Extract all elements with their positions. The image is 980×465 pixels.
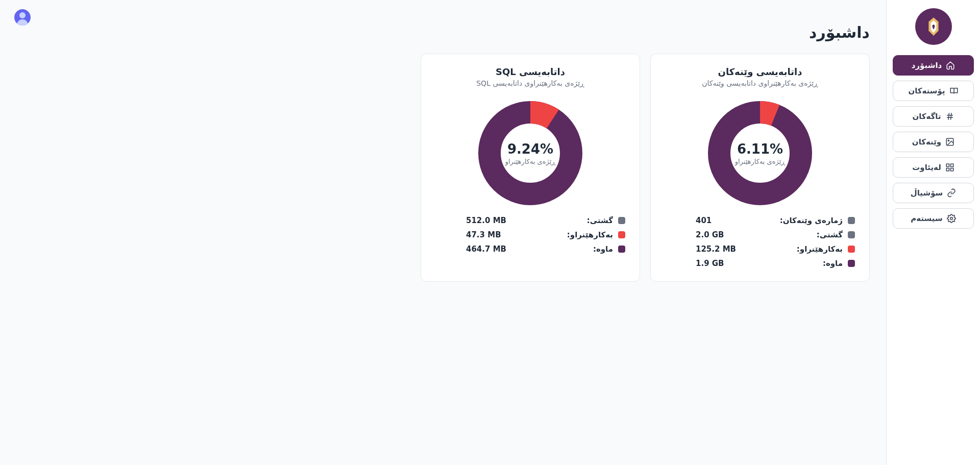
color-swatch [618, 231, 625, 238]
donut-chart: 6.11%ڕێژەی بەکارهێنراو [665, 100, 855, 207]
stat-label: ماوە: [593, 244, 613, 254]
sidebar-item-images[interactable]: وێنەکان [893, 132, 974, 152]
stat-value: 125.2 MB [696, 244, 742, 254]
card-subtitle: ڕێژەی بەکارهێنراوی داتابەیسی SQL [435, 79, 625, 87]
sidebar-item-label: سۆشیاڵ [911, 188, 943, 198]
sidebar-item-label: وێنەکان [912, 137, 941, 146]
svg-line-3 [950, 113, 951, 120]
svg-point-10 [950, 217, 952, 220]
page-title: داشبۆرد [16, 23, 870, 41]
sidebar-item-dashboard[interactable]: داشبۆرد [893, 55, 974, 76]
donut-percent: 6.11% [737, 141, 783, 157]
stat-label: گشتی: [587, 216, 613, 225]
stat-value: 464.7 MB [466, 244, 512, 254]
stat-value: 512.0 MB [466, 216, 512, 225]
stat-label: ماوە: [823, 259, 843, 268]
stat-row: ماوە:464.7 MB [435, 244, 625, 254]
color-swatch [848, 260, 855, 267]
stat-list: گشتی:512.0 MBبەکارهێنراو:47.3 MBماوە:464… [435, 216, 625, 254]
app-logo [915, 8, 952, 45]
stat-cards: داتابەیسی وێنەکانڕێژەی بەکارهێنراوی داتا… [421, 54, 870, 282]
main-content: داشبۆرد داتابەیسی وێنەکانڕێژەی بەکارهێنر… [0, 0, 886, 465]
book-icon [949, 86, 959, 95]
card-subtitle: ڕێژەی بەکارهێنراوی داتابەیسی وێنەکان [665, 79, 855, 87]
stat-row: ژمارەی وێنەکان:401 [665, 216, 855, 225]
grid-icon [945, 163, 954, 172]
gear-icon [947, 214, 956, 223]
nav-list: داشبۆردپۆستەکانتاگەکانوێنەکانلەیئاوتسۆشی… [893, 55, 974, 229]
donut-label: ڕێژەی بەکارهێنراو [735, 158, 786, 165]
svg-rect-6 [946, 164, 949, 166]
color-swatch [848, 231, 855, 238]
home-icon [946, 61, 955, 70]
stat-list: ژمارەی وێنەکان:401گشتی:2.0 GBبەکارهێنراو… [665, 216, 855, 268]
svg-point-5 [948, 140, 949, 141]
stat-label: بەکارهێنراو: [567, 230, 613, 239]
sidebar-item-social[interactable]: سۆشیاڵ [893, 183, 974, 203]
stat-value: 401 [696, 216, 742, 225]
hash-icon [945, 112, 954, 121]
donut-chart: 9.24%ڕێژەی بەکارهێنراو [435, 100, 625, 207]
color-swatch [618, 246, 625, 253]
sidebar-item-system[interactable]: سیستەم [893, 208, 974, 229]
stat-card-sql_db: داتابەیسی SQLڕێژەی بەکارهێنراوی داتابەیس… [421, 54, 640, 282]
stat-value: 47.3 MB [466, 230, 512, 239]
sidebar-item-label: لەیئاوت [912, 163, 941, 172]
sidebar-item-label: سیستەم [911, 214, 942, 223]
profile-button[interactable] [14, 9, 31, 26]
svg-rect-9 [950, 168, 953, 171]
color-swatch [618, 217, 625, 224]
stat-row: بەکارهێنراو:47.3 MB [435, 230, 625, 239]
stat-row: بەکارهێنراو:125.2 MB [665, 244, 855, 254]
sidebar-item-label: تاگەکان [912, 112, 941, 121]
svg-line-2 [948, 113, 949, 120]
color-swatch [848, 246, 855, 253]
stat-card-images_db: داتابەیسی وێنەکانڕێژەی بەکارهێنراوی داتا… [650, 54, 870, 282]
stat-value: 1.9 GB [696, 259, 742, 268]
stat-value: 2.0 GB [696, 230, 742, 239]
svg-rect-8 [946, 168, 949, 171]
image-icon [945, 137, 954, 146]
stat-row: گشتی:512.0 MB [435, 216, 625, 225]
sidebar-item-label: داشبۆرد [912, 61, 942, 70]
svg-rect-7 [950, 164, 953, 166]
stat-label: ژمارەی وێنەکان: [780, 216, 843, 225]
card-title: داتابەیسی SQL [435, 66, 625, 77]
link-icon [947, 188, 956, 198]
sidebar: داشبۆردپۆستەکانتاگەکانوێنەکانلەیئاوتسۆشی… [886, 0, 980, 465]
stat-row: ماوە:1.9 GB [665, 259, 855, 268]
sidebar-item-label: پۆستەکان [908, 86, 945, 95]
sidebar-item-categories[interactable]: لەیئاوت [893, 157, 974, 178]
stat-row: گشتی:2.0 GB [665, 230, 855, 239]
sidebar-item-posts[interactable]: پۆستەکان [893, 81, 974, 101]
card-title: داتابەیسی وێنەکان [665, 66, 855, 77]
stat-label: بەکارهێنراو: [797, 244, 843, 254]
stat-label: گشتی: [817, 230, 843, 239]
pen-lantern-icon [922, 15, 945, 38]
donut-percent: 9.24% [507, 141, 553, 157]
sidebar-item-tags[interactable]: تاگەکان [893, 106, 974, 127]
color-swatch [848, 217, 855, 224]
donut-label: ڕێژەی بەکارهێنراو [505, 158, 556, 165]
